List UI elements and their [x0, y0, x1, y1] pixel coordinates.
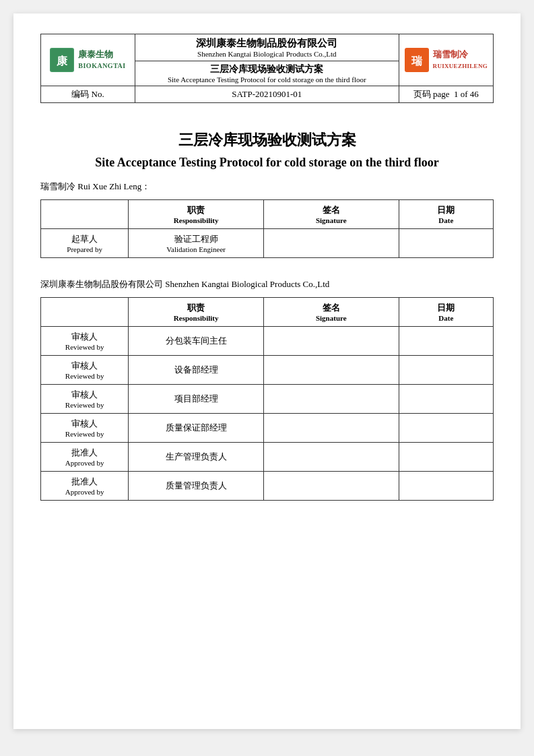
logo-ruixue-cell: 瑞 瑞雪制冷 RUIXUEZHILENG — [399, 34, 493, 86]
logo-biokangtai-cell: 康 康泰生物 BIOKANGTAI — [41, 34, 135, 86]
date-cell — [399, 327, 493, 356]
col-sig-header: 签名 Signature — [263, 200, 399, 229]
sig-cell — [263, 229, 399, 258]
table-row: 审核人 Reviewed by 项目部经理 — [41, 385, 494, 414]
sig-cell — [263, 356, 399, 385]
resp-cell: 设备部经理 — [129, 356, 264, 385]
svg-text:瑞: 瑞 — [411, 55, 423, 67]
table-row: 审核人 Reviewed by 质量保证部经理 — [41, 414, 494, 443]
sig-cell — [263, 472, 399, 501]
header-table: 康 康泰生物 BIOKANGTAI 深圳康泰生物制品股份有限公司 Shenzhe… — [40, 34, 494, 103]
date-cell — [399, 414, 493, 443]
col2-sig-header: 签名 Signature — [263, 298, 399, 327]
col2-role-header — [41, 298, 129, 327]
logo-ruixue: 瑞 瑞雪制冷 RUIXUEZHILENG — [405, 48, 488, 72]
resp-cell: 分包装车间主任 — [129, 327, 264, 356]
header-doc-title: 三层冷库现场验收测试方案 Site Acceptance Testing Pro… — [135, 61, 399, 86]
date-cell — [399, 356, 493, 385]
main-title-section: 三层冷库现场验收测试方案 Site Acceptance Testing Pro… — [40, 130, 494, 170]
header-code-value: SATP-20210901-01 — [135, 86, 399, 103]
date-cell — [399, 385, 493, 414]
role-cell: 审核人 Reviewed by — [41, 385, 129, 414]
header-code-label: 编码 No. — [41, 86, 135, 103]
role-cell: 审核人 Reviewed by — [41, 356, 129, 385]
role-cell: 起草人 Prepared by — [41, 229, 129, 258]
date-cell — [399, 443, 493, 472]
ruixue-icon: 瑞 — [405, 48, 429, 72]
main-title-en: Site Acceptance Testing Protocol for col… — [40, 156, 494, 170]
section2-sign-table: 职责 Responsibility 签名 Signature 日期 Date 审… — [40, 297, 494, 501]
table-row: 批准人 Approved by 生产管理负责人 — [41, 443, 494, 472]
date-cell — [399, 472, 493, 501]
table-row: 起草人 Prepared by 验证工程师 Validation Enginee… — [41, 229, 494, 258]
table-row: 审核人 Reviewed by 分包装车间主任 — [41, 327, 494, 356]
sig-cell — [263, 385, 399, 414]
resp-cell: 质量管理负责人 — [129, 472, 264, 501]
role-cell: 批准人 Approved by — [41, 443, 129, 472]
sig-cell — [263, 327, 399, 356]
svg-text:康: 康 — [56, 55, 68, 67]
col-date-header: 日期 Date — [399, 200, 493, 229]
header-company-cn: 深圳康泰生物制品股份有限公司 Shenzhen Kangtai Biologic… — [135, 34, 399, 61]
sig-cell — [263, 414, 399, 443]
col-resp-header: 职责 Responsibility — [129, 200, 264, 229]
resp-cell: 生产管理负责人 — [129, 443, 264, 472]
sig-cell — [263, 443, 399, 472]
role-cell: 审核人 Reviewed by — [41, 327, 129, 356]
role-cell: 批准人 Approved by — [41, 472, 129, 501]
table-row: 审核人 Reviewed by 设备部经理 — [41, 356, 494, 385]
resp-cell: 项目部经理 — [129, 385, 264, 414]
logo-biokangtai: 康 康泰生物 BIOKANGTAI — [46, 48, 129, 72]
resp-cell: 验证工程师 Validation Engineer — [129, 229, 264, 258]
col2-date-header: 日期 Date — [399, 298, 493, 327]
section1-company-label: 瑞雪制冷 Rui Xue Zhi Leng： — [40, 181, 494, 193]
main-title-cn: 三层冷库现场验收测试方案 — [40, 130, 494, 150]
role-cell: 审核人 Reviewed by — [41, 414, 129, 443]
biokangtai-text: 康泰生物 BIOKANGTAI — [78, 49, 125, 70]
col2-resp-header: 职责 Responsibility — [129, 298, 264, 327]
table-row: 批准人 Approved by 质量管理负责人 — [41, 472, 494, 501]
date-cell — [399, 229, 493, 258]
resp-cell: 质量保证部经理 — [129, 414, 264, 443]
section1-sign-table: 职责 Responsibility 签名 Signature 日期 Date 起… — [40, 199, 494, 258]
col-role-header — [41, 200, 129, 229]
biokangtai-icon: 康 — [50, 48, 74, 72]
section2-company-label: 深圳康泰生物制品股份有限公司 Shenzhen Kangtai Biologic… — [40, 278, 494, 290]
ruixue-text: 瑞雪制冷 RUIXUEZHILENG — [433, 49, 488, 71]
header-page: 页码 page 1 of 46 — [399, 86, 493, 103]
page: 康 康泰生物 BIOKANGTAI 深圳康泰生物制品股份有限公司 Shenzhe… — [13, 13, 521, 729]
